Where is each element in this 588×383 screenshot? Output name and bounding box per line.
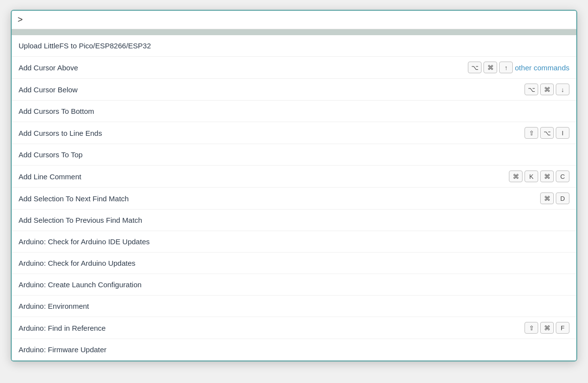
search-box: [12, 11, 576, 29]
key-badge: ⌥: [540, 127, 554, 139]
keybindings-area: ⌘D: [540, 192, 569, 204]
command-label: Arduino: Environment: [19, 302, 569, 310]
command-label: Add Cursors To Bottom: [19, 107, 569, 115]
command-item[interactable]: Add Selection To Next Find Match⌘D: [12, 188, 576, 210]
key-badge: ⌘: [509, 170, 523, 182]
command-label: Arduino: Create Launch Configuration: [19, 280, 569, 289]
command-label: Add Selection To Next Find Match: [19, 194, 540, 203]
command-item[interactable]: Add Cursor Above⌥⌘↑other commands: [12, 57, 576, 79]
command-label: Add Cursor Below: [19, 85, 525, 94]
key-badge: ⇧: [525, 322, 538, 334]
command-label: Add Cursors To Top: [19, 150, 569, 159]
command-item[interactable]: Add Cursors to Line Ends⇧⌥I: [12, 122, 576, 144]
other-commands-link[interactable]: other commands: [515, 64, 569, 72]
command-palette: Upload LittleFS to Pico/ESP8266/ESP32Add…: [11, 10, 577, 362]
header-row: [12, 29, 576, 35]
key-badge: C: [556, 170, 569, 182]
command-label: Arduino: Firmware Updater: [19, 345, 569, 354]
key-badge: ⌘: [540, 170, 554, 182]
command-item[interactable]: Arduino: Firmware Updater: [12, 339, 576, 361]
key-badge: ⌘: [483, 62, 497, 73]
key-badge: ⇧: [525, 127, 538, 139]
command-item[interactable]: Arduino: Environment: [12, 296, 576, 317]
search-input[interactable]: [18, 15, 570, 25]
key-badge: F: [556, 322, 569, 334]
keybindings-area: ⌥⌘↓: [525, 84, 569, 95]
command-item[interactable]: Arduino: Find in Reference⇧⌘F: [12, 317, 576, 339]
key-badge: ↓: [556, 84, 569, 95]
key-badge: K: [525, 170, 538, 182]
keybindings-area: ⌥⌘↑other commands: [468, 62, 569, 73]
command-label: Arduino: Find in Reference: [19, 324, 525, 332]
command-label: Arduino: Check for Arduino Updates: [19, 259, 569, 267]
key-badge: ⌘: [540, 192, 554, 204]
key-badge: I: [556, 127, 569, 139]
key-badge: ↑: [499, 62, 513, 73]
key-badge: ⌘: [540, 322, 554, 334]
command-item[interactable]: Arduino: Check for Arduino IDE Updates: [12, 231, 576, 253]
command-item[interactable]: Arduino: Check for Arduino Updates: [12, 253, 576, 274]
command-label: Add Cursors to Line Ends: [19, 129, 525, 137]
command-label: Add Line Comment: [19, 172, 509, 181]
key-badge: ⌥: [525, 84, 538, 95]
command-item[interactable]: Add Selection To Previous Find Match: [12, 210, 576, 231]
key-badge: D: [556, 192, 569, 204]
command-item[interactable]: Add Line Comment⌘K⌘C: [12, 166, 576, 188]
command-item[interactable]: Upload LittleFS to Pico/ESP8266/ESP32: [12, 35, 576, 57]
keybindings-area: ⇧⌥I: [525, 127, 569, 139]
key-badge: ⌘: [540, 84, 554, 95]
command-item[interactable]: Arduino: Create Launch Configuration: [12, 274, 576, 296]
command-list: Upload LittleFS to Pico/ESP8266/ESP32Add…: [12, 35, 576, 361]
key-badge: ⌥: [468, 62, 482, 73]
command-item[interactable]: Add Cursors To Bottom: [12, 101, 576, 122]
keybindings-area: ⇧⌘F: [525, 322, 569, 334]
keybindings-area: ⌘K⌘C: [509, 170, 569, 182]
command-label: Arduino: Check for Arduino IDE Updates: [19, 237, 569, 246]
command-item[interactable]: Add Cursors To Top: [12, 144, 576, 166]
command-item[interactable]: Add Cursor Below⌥⌘↓: [12, 79, 576, 101]
command-label: Add Selection To Previous Find Match: [19, 216, 569, 224]
command-label: Add Cursor Above: [19, 64, 468, 72]
command-label: Upload LittleFS to Pico/ESP8266/ESP32: [19, 42, 569, 50]
